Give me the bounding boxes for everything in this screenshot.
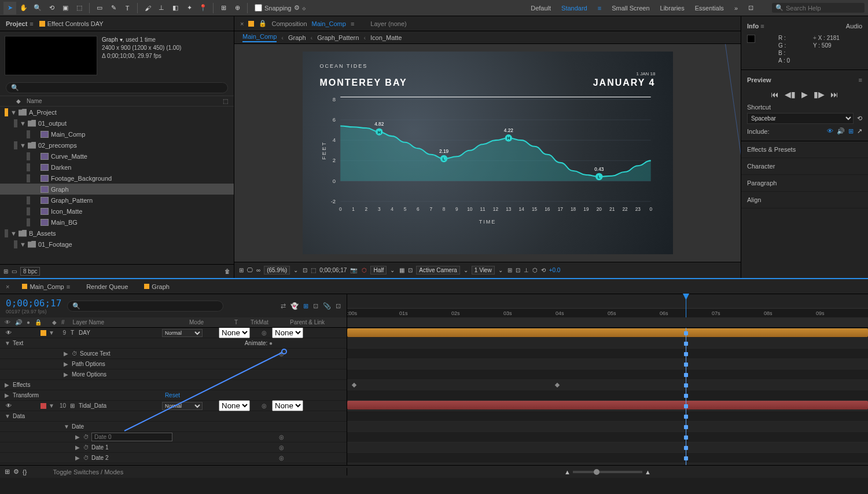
character-panel[interactable]: Character	[741, 158, 868, 175]
paragraph-panel[interactable]: Paragraph	[741, 175, 868, 192]
workspace-essentials[interactable]: Essentials	[695, 5, 724, 12]
workspace-standard[interactable]: Standard	[561, 5, 587, 12]
timeline-search[interactable]: 🔍	[67, 301, 223, 312]
grid-icon[interactable]: ⊞	[239, 267, 244, 273]
3d-icon[interactable]: ⊡	[408, 267, 413, 273]
go-to-end-icon[interactable]: ⏭	[830, 90, 838, 99]
region-icon[interactable]: ⬚	[311, 267, 316, 273]
composition-viewer[interactable]: OCEAN TIDES MONTEREY BAY 1 JAN 18 JANUAR…	[234, 44, 741, 262]
audio-panel-title[interactable]: Audio	[846, 23, 862, 30]
include-overlays-icon[interactable]: ⊞	[848, 127, 854, 135]
layer-row[interactable]: ▶⏱Date 1◎	[0, 442, 347, 453]
effects-presets-panel[interactable]: Effects & Presets	[741, 141, 868, 158]
roto-tool[interactable]: ✦	[183, 2, 196, 14]
layer-row[interactable]: ▼Date	[0, 422, 347, 432]
axis-local-icon[interactable]: ⊞	[217, 2, 230, 14]
include-video-icon[interactable]: 👁	[827, 127, 833, 135]
rectangle-tool[interactable]: ▭	[93, 2, 106, 14]
workspace-reset-icon[interactable]: ⊡	[748, 4, 753, 12]
workspace-small-screen[interactable]: Small Screen	[612, 5, 649, 12]
puppet-tool[interactable]: 📍	[197, 2, 209, 14]
workspace-default[interactable]: Default	[531, 5, 551, 12]
col-layer-name[interactable]: Layer Name	[73, 319, 104, 325]
crumb-graph-pattern[interactable]: Graph_Pattern	[317, 34, 359, 41]
tree-item-b-assets[interactable]: ▼B_Assets	[0, 228, 234, 239]
selection-tool[interactable]: ➤	[3, 2, 16, 14]
tl-toggle-switches-icon[interactable]: ⚙	[13, 468, 19, 475]
layer-row[interactable]: ▼Data	[0, 411, 347, 422]
layer-row[interactable]: 👁▼10⊞Tidal_DataNormalNone◎None	[0, 401, 347, 411]
snapping-options-icon[interactable]: ⚙	[294, 4, 300, 12]
trash-icon[interactable]: 🗑	[225, 268, 230, 275]
layer-row[interactable]: ▶⏱Source Text◎	[0, 349, 347, 359]
lock-icon[interactable]: 🔒	[259, 20, 267, 27]
tree-item-icon-matte[interactable]: Icon_Matte	[0, 206, 234, 217]
shortcut-dropdown[interactable]: Spacebar	[747, 113, 854, 124]
column-label-icon[interactable]: ⬚	[223, 98, 228, 104]
col-parent[interactable]: Parent & Link	[290, 319, 342, 325]
snapping-checkbox[interactable]	[255, 4, 262, 12]
search-help-input[interactable]	[786, 5, 861, 12]
layer-row[interactable]: ▶TransformReset	[0, 390, 347, 401]
tree-item-graph[interactable]: Graph	[0, 184, 234, 195]
include-audio-icon[interactable]: 🔊	[837, 127, 845, 135]
snapping-toggle[interactable]: Snapping ⚙ ⟐	[255, 4, 306, 12]
tree-item-main-bg[interactable]: Main_BG	[0, 217, 234, 228]
lock-col-icon[interactable]: 🔒	[35, 319, 42, 325]
zoom-tool[interactable]: 🔍	[31, 2, 44, 14]
tree-item-01-footage[interactable]: ▼01_Footage	[0, 239, 234, 250]
crumb-icon-matte[interactable]: Icon_Matte	[370, 34, 402, 41]
timeline-layer-list[interactable]: 👁▼9TDAYNormalNone◎None▼TextAnimate: ●▶⏱S…	[0, 328, 347, 465]
reset-shortcut-icon[interactable]: ⟲	[857, 115, 862, 122]
workspace-libraries[interactable]: Libraries	[660, 5, 685, 12]
tl-shy-icon[interactable]: 👻	[290, 302, 299, 310]
close-timeline-tab-icon[interactable]: ×	[6, 283, 9, 290]
crumb-graph[interactable]: Graph	[288, 34, 306, 41]
layer-row[interactable]: ▶⏱Date 2◎	[0, 453, 347, 463]
hand-tool[interactable]: ✋	[17, 2, 30, 14]
exposure-value[interactable]: +0.0	[549, 267, 561, 273]
tl-motion-blur-icon[interactable]: ⊡	[313, 302, 318, 310]
workspace-overflow-icon[interactable]: »	[734, 5, 738, 12]
bpc-toggle[interactable]: 8 bpc	[20, 267, 40, 276]
search-help-box[interactable]: 🔍	[772, 3, 865, 13]
layer-row[interactable]: 👁▼9TDAYNormalNone◎None	[0, 328, 347, 338]
pan-behind-tool[interactable]: ⬚	[73, 2, 86, 14]
snapping-magnet-icon[interactable]: ⟐	[302, 5, 306, 12]
tl-brackets-icon[interactable]: {}	[23, 469, 27, 475]
prev-frame-icon[interactable]: ◀▮	[785, 90, 796, 99]
tab-project[interactable]: Project ≡	[6, 20, 34, 27]
tree-item-main-comp[interactable]: Main_Comp	[0, 129, 234, 140]
layer-row[interactable]: ▶Path Options	[0, 359, 347, 369]
tree-item-01-output[interactable]: ▼01_output	[0, 118, 234, 129]
layer-row[interactable]: ▶⏱◎	[0, 432, 347, 442]
next-frame-icon[interactable]: ▮▶	[814, 90, 825, 99]
tree-item-footage-background[interactable]: Footage_Background	[0, 173, 234, 184]
pen-tool[interactable]: ✎	[107, 2, 120, 14]
tree-item-a-project[interactable]: ▼A_Project	[0, 107, 234, 118]
timeline-tab-graph[interactable]: Graph	[141, 281, 173, 292]
timeline-tab-render-queue[interactable]: Render Queue	[83, 281, 131, 292]
col-trkmat[interactable]: TrkMat	[251, 319, 285, 325]
axis-world-icon[interactable]: ⊕	[231, 2, 244, 14]
timeline-zoom-slider[interactable]	[573, 471, 642, 473]
current-timecode[interactable]: 0;00;06;17	[6, 298, 61, 309]
tl-graph-editor-icon[interactable]: 📎	[323, 302, 331, 310]
interpret-footage-icon[interactable]: ⊞	[3, 268, 8, 275]
column-name-header[interactable]: Name	[27, 98, 42, 104]
camera-dropdown[interactable]: Active Camera	[416, 266, 460, 275]
tree-item-graph-pattern[interactable]: Graph_Pattern	[0, 195, 234, 206]
snapshot-icon[interactable]: 📷	[350, 267, 357, 273]
layer-row[interactable]: ▶Effects	[0, 380, 347, 390]
rotation-tool[interactable]: ⟲	[45, 2, 58, 14]
new-folder-icon[interactable]: ▭	[12, 268, 17, 275]
timeline-ruler-area[interactable]: :00s01s02s03s04s05s06s07s08s09s10s	[347, 294, 868, 317]
zoom-dropdown[interactable]: (65.9%)	[264, 266, 290, 275]
view-dropdown[interactable]: 1 View	[472, 266, 495, 275]
go-to-start-icon[interactable]: ⏮	[771, 90, 779, 99]
col-t[interactable]: T	[234, 319, 246, 325]
tl-expand-icon[interactable]: ⊞	[5, 468, 10, 475]
project-search-input[interactable]	[21, 85, 223, 92]
workspace-menu-icon[interactable]: ≡	[598, 5, 601, 12]
tl-comp-mini-flowchart-icon[interactable]: ⇄	[281, 302, 286, 310]
